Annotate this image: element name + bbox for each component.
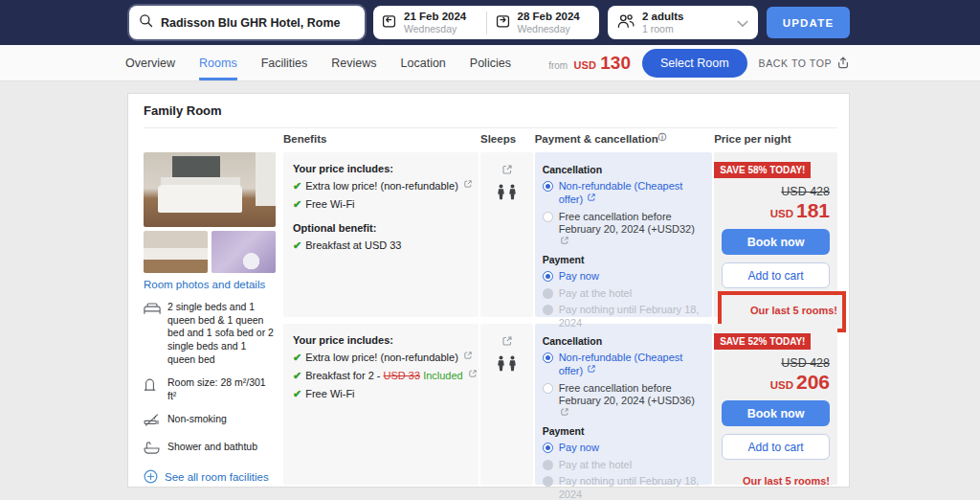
bathroom-detail: Shower and bathtub (144, 441, 276, 458)
tab-policies[interactable]: Policies (470, 45, 511, 80)
tab-overview[interactable]: Overview (125, 45, 175, 80)
benefits-header: Benefits (283, 133, 479, 152)
tab-rooms[interactable]: Rooms (199, 45, 237, 80)
search-input[interactable] (161, 16, 355, 30)
check-icon: ✔ (293, 180, 301, 193)
hotel-search-box[interactable] (129, 6, 365, 39)
external-link-icon[interactable] (561, 235, 568, 246)
info-icon[interactable]: ⓘ (658, 133, 666, 142)
bed (158, 185, 242, 214)
sleeps-header: Sleeps (480, 133, 533, 152)
tab-location[interactable]: Location (401, 45, 446, 80)
book-now-button[interactable]: Book now (722, 229, 830, 255)
radio-pay-at-hotel: Pay at the hotel (543, 287, 704, 301)
radio-selected (543, 271, 553, 282)
wall-art (172, 156, 220, 178)
current-price: USD206 (722, 371, 830, 394)
room-size-icon (144, 376, 161, 402)
checkout-field[interactable]: 28 Feb 2024 Wednesday (487, 10, 600, 36)
search-header: 21 Feb 2024 Wednesday 28 Feb 2024 Wednes… (0, 0, 980, 45)
radio-pay-nothing-until: Pay nothing until February 18, 2024 (543, 475, 704, 500)
offer2-benefits: Your price includes: ✔ Extra low price! … (283, 324, 479, 485)
radio-non-refundable[interactable]: Non-refundable (Cheapest offer) (543, 352, 704, 378)
beds-text: 2 single beds and 1 queen bed & 1 queen … (167, 301, 276, 366)
rooms-count: 1 room (642, 23, 729, 35)
chevron-down-icon (737, 14, 748, 32)
payment-title: Payment (543, 425, 704, 437)
tab-reviews[interactable]: Reviews (331, 45, 376, 80)
save-badge: SAVE 52% TODAY! (714, 333, 811, 350)
update-button[interactable]: UPDATE (767, 7, 850, 38)
cancellation-title: Cancellation (543, 164, 704, 175)
hotel-booking-page: 21 Feb 2024 Wednesday 28 Feb 2024 Wednes… (0, 0, 980, 500)
from-amount: 130 (600, 53, 631, 73)
from-label: from (548, 60, 568, 71)
external-link-icon[interactable] (464, 178, 472, 190)
room-size-text: Room size: 28 m²/301 ft² (167, 376, 276, 402)
room-size-detail: Room size: 28 m²/301 ft² (144, 376, 276, 402)
old-price: USD 428 (722, 356, 830, 370)
radio-free-cancellation[interactable]: Free cancellation before February 20, 20… (543, 382, 704, 421)
benefit-item-breakfast: ✔ Breakfast for 2 - USD 33 Included (293, 370, 469, 382)
room-photo-main[interactable] (144, 152, 276, 227)
external-link-icon[interactable] (469, 368, 477, 379)
radio-pay-now[interactable]: Pay now (543, 442, 704, 455)
radio-pay-now[interactable]: Pay now (543, 270, 704, 284)
search-icon (139, 13, 153, 32)
room-photo-thumbs (144, 231, 276, 273)
see-all-facilities-link[interactable]: See all room facilities (165, 471, 269, 483)
includes-title: Your price includes: (293, 163, 469, 174)
external-link-icon[interactable] (588, 363, 595, 375)
smoking-text: Non-smoking (167, 413, 227, 430)
radio-non-refundable[interactable]: Non-refundable (Cheapest offer) (543, 180, 704, 207)
external-link-icon[interactable] (561, 406, 568, 418)
guests-icon (617, 13, 635, 33)
book-now-button[interactable]: Book now (722, 400, 830, 426)
checkout-calendar-icon (495, 12, 511, 33)
guests-count: 2 adults (642, 10, 729, 23)
price-header: Price per night (714, 133, 837, 152)
facilities-link-row[interactable]: See all room facilities (144, 469, 276, 486)
cancellation-title: Cancellation (543, 335, 704, 347)
offer1-payment: Cancellation Non-refundable (Cheapest of… (535, 152, 712, 317)
scarcity-message: Our last 5 rooms! (722, 475, 830, 487)
back-to-top-link[interactable]: BACK TO TOP (759, 56, 850, 71)
checkin-date: 21 Feb 2024 (404, 10, 466, 23)
check-icon: ✔ (293, 198, 301, 211)
offer2-sleeps (480, 324, 533, 485)
radio-unselected (543, 212, 553, 222)
price-from: from USD 130 (548, 53, 631, 74)
room-photos-link[interactable]: Room photos and details (144, 279, 265, 290)
adults-occupancy-icon (497, 355, 517, 372)
page-body: Family Room Room photos and details (0, 81, 980, 500)
beds-detail: 2 single beds and 1 queen bed & 1 queen … (144, 301, 276, 366)
tab-facilities[interactable]: Facilities (261, 45, 308, 80)
check-icon: ✔ (293, 370, 301, 382)
external-link-icon[interactable] (588, 192, 595, 203)
save-badge: SAVE 58% TODAY! (714, 162, 811, 178)
radio-free-cancellation[interactable]: Free cancellation before February 20, 20… (543, 211, 704, 250)
external-link-icon[interactable] (464, 350, 472, 361)
room-photo-small-2[interactable] (212, 231, 276, 273)
benefit-item: ✔ Extra low price! (non-refundable) (293, 352, 469, 364)
add-to-cart-button[interactable]: Add to cart (722, 262, 830, 288)
current-price: USD181 (722, 199, 830, 222)
select-room-button[interactable]: Select Room (642, 49, 747, 78)
radio-selected (543, 352, 553, 363)
offer1-benefits: Your price includes: ✔ Extra low price! … (283, 152, 479, 317)
benefit-item: ✔ Free Wi-Fi (293, 388, 469, 400)
check-icon: ✔ (293, 352, 301, 364)
occupancy-info-icon[interactable] (502, 161, 512, 178)
breakfast-old-price: USD 33 (384, 370, 421, 381)
radio-unselected (543, 383, 553, 394)
room-photo-small-1[interactable] (144, 231, 208, 273)
benefit-item: ✔ Breakfast at USD 33 (293, 239, 469, 252)
checkin-field[interactable]: 21 Feb 2024 Wednesday (373, 10, 486, 36)
checkout-date: 28 Feb 2024 (518, 10, 580, 23)
nav-right-cluster: from USD 130 Select Room BACK TO TOP (548, 49, 850, 78)
add-to-cart-button[interactable]: Add to cart (722, 434, 830, 460)
includes-title: Your price includes: (293, 334, 469, 346)
adults-occupancy-icon (497, 184, 517, 200)
occupancy-info-icon[interactable] (502, 332, 512, 350)
guests-selector[interactable]: 2 adults 1 room (608, 6, 758, 39)
